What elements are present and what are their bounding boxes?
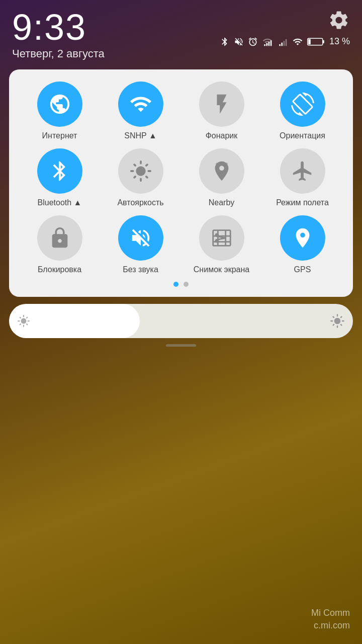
orientation-circle xyxy=(280,82,325,127)
quick-settings-panel: Интернет SNHP ▲ Фонарик xyxy=(9,69,353,297)
svg-text:A: A xyxy=(138,167,143,176)
clock: 9:33 xyxy=(12,9,105,45)
wifi-status-icon xyxy=(292,37,303,47)
gps-label: GPS xyxy=(294,265,311,274)
brightness-slider[interactable] xyxy=(9,304,353,338)
tile-airplane[interactable]: Режим полета xyxy=(262,148,343,207)
watermark-line1: Mi Comm xyxy=(311,607,350,619)
bluetooth-label: Bluetooth ▲ xyxy=(38,198,82,207)
watermark-line2: c.mi.com xyxy=(311,619,350,632)
alarm-status-icon xyxy=(248,37,258,47)
signal2-status-icon xyxy=(277,37,288,47)
autobright-label: Автояркость xyxy=(117,198,163,207)
svg-rect-3 xyxy=(270,40,272,46)
tile-nearby[interactable]: Nearby xyxy=(181,148,262,207)
sun-dim-icon xyxy=(17,314,30,328)
tile-gps[interactable]: GPS xyxy=(262,215,343,274)
wifi-circle xyxy=(118,82,163,127)
tile-autobright[interactable]: A Автояркость xyxy=(100,148,181,207)
nearby-label: Nearby xyxy=(209,198,235,207)
svg-rect-10 xyxy=(308,39,311,44)
gps-circle xyxy=(280,215,325,261)
wifi-label: SNHP ▲ xyxy=(124,131,156,140)
tile-wifi[interactable]: SNHP ▲ xyxy=(100,82,181,140)
internet-label: Интернет xyxy=(42,131,77,140)
orientation-label: Ориентация xyxy=(280,131,325,140)
battery-status-icon xyxy=(307,37,325,47)
signal1-status-icon xyxy=(262,37,273,47)
status-right: 13 % xyxy=(220,9,350,47)
svg-rect-1 xyxy=(266,43,267,46)
svg-point-17 xyxy=(215,233,219,237)
svg-rect-5 xyxy=(281,42,283,46)
flashlight-label: Фонарик xyxy=(206,131,238,140)
status-bar: 9:33 Четверг, 2 августа xyxy=(0,0,362,64)
status-left: 9:33 Четверг, 2 августа xyxy=(12,9,105,60)
tile-orientation[interactable]: Ориентация xyxy=(262,82,343,140)
tile-lock[interactable]: Блокировка xyxy=(19,215,100,274)
lock-label: Блокировка xyxy=(38,265,81,274)
mute-status-icon xyxy=(234,37,244,47)
tile-internet[interactable]: Интернет xyxy=(19,82,100,140)
dot-2[interactable] xyxy=(184,282,189,287)
sun-bright-icon xyxy=(330,313,345,329)
tiles-grid: Интернет SNHP ▲ Фонарик xyxy=(19,82,343,275)
watermark: Mi Comm c.mi.com xyxy=(311,607,350,632)
date-label: Четверг, 2 августа xyxy=(12,47,105,60)
tile-silent[interactable]: Без звука xyxy=(100,215,181,274)
brightness-end xyxy=(140,313,353,329)
silent-label: Без звука xyxy=(123,265,158,274)
flashlight-circle xyxy=(199,82,244,127)
svg-line-20 xyxy=(218,238,225,239)
screenshot-label: Снимок экрана xyxy=(194,265,249,274)
tile-screenshot[interactable]: Снимок экрана xyxy=(181,215,262,274)
tile-flashlight[interactable]: Фонарик xyxy=(181,82,262,140)
svg-rect-6 xyxy=(284,41,285,46)
svg-rect-0 xyxy=(264,44,265,46)
svg-rect-2 xyxy=(268,42,270,46)
settings-icon[interactable] xyxy=(328,9,350,31)
dot-1[interactable] xyxy=(173,282,178,287)
airplane-label: Режим полета xyxy=(276,198,329,207)
svg-rect-4 xyxy=(279,44,281,46)
battery-percent: 13 % xyxy=(329,36,350,47)
brightness-fill xyxy=(9,304,140,338)
screenshot-circle xyxy=(199,215,244,261)
page-dots xyxy=(19,282,343,287)
lock-circle xyxy=(37,215,82,261)
svg-rect-9 xyxy=(323,40,324,43)
nearby-circle xyxy=(199,148,244,194)
svg-point-18 xyxy=(215,239,219,243)
svg-rect-12 xyxy=(213,230,230,246)
bluetooth-status-icon xyxy=(220,37,230,47)
internet-circle xyxy=(37,82,82,127)
airplane-circle xyxy=(280,148,325,194)
svg-rect-7 xyxy=(286,39,287,46)
drag-handle[interactable] xyxy=(166,344,196,347)
silent-circle xyxy=(118,215,163,261)
status-icons: 13 % xyxy=(220,36,350,47)
autobright-circle: A xyxy=(118,148,163,194)
bluetooth-circle xyxy=(37,148,82,194)
tile-bluetooth[interactable]: Bluetooth ▲ xyxy=(19,148,100,207)
